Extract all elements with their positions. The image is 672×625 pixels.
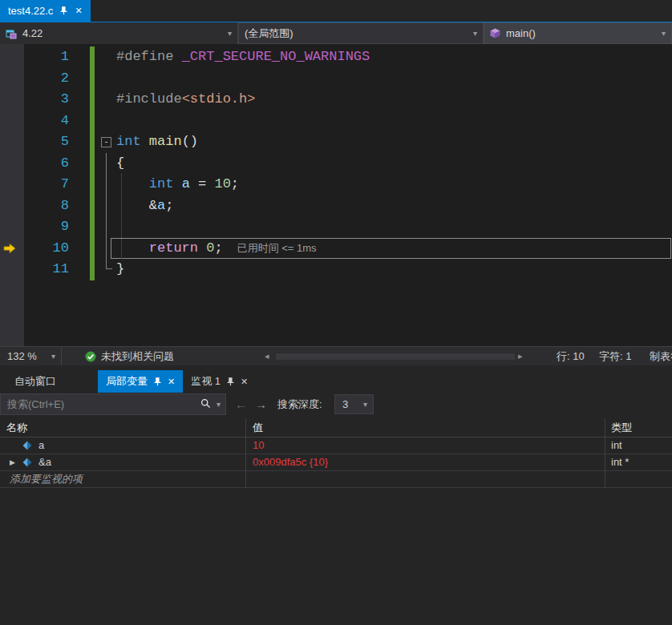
code-token: int (149, 176, 174, 192)
expand-arrow-icon[interactable]: ▶ (10, 454, 22, 470)
horizontal-scrollbar[interactable] (276, 353, 515, 360)
editor-status-strip: 132 % ▾ 未找到相关问题 ◂ ▸ 行: 10 字符: 1 制表符 (0, 346, 672, 365)
variable-row[interactable]: a10int (0, 438, 672, 454)
tool-window-tab[interactable]: 监视 1✕ (183, 370, 256, 393)
project-dropdown[interactable]: 4.22 ▾ (0, 22, 238, 44)
search-depth-label: 搜索深度: (277, 393, 322, 415)
code-line[interactable] (116, 216, 672, 238)
document-tab[interactable]: test4.22.c ✕ (0, 0, 91, 22)
code-token: a (157, 198, 165, 213)
variable-icon (22, 458, 32, 467)
code-editor[interactable]: 1234567891011 #define _CRT_SECURE_NO_WAR… (0, 44, 672, 346)
pin-icon[interactable] (153, 377, 162, 386)
code-token: 0 (206, 240, 214, 256)
grid-column-header[interactable]: 名称 (0, 418, 246, 437)
code-line[interactable] (116, 111, 672, 132)
close-icon[interactable]: ✕ (75, 6, 82, 16)
code-token: main (149, 134, 182, 149)
no-issues-check-icon (85, 351, 96, 362)
search-input[interactable]: 搜索(Ctrl+E) ▾ (0, 393, 226, 415)
document-tabbar: test4.22.c ✕ (0, 0, 672, 22)
scope-dropdown-value: (全局范围) (245, 26, 293, 41)
code-token: #include (116, 91, 182, 107)
type-cell: int (605, 438, 672, 454)
fold-collapse-button[interactable]: - (101, 137, 111, 147)
variable-row[interactable]: ▶&a0x009dfa5c {10}int * (0, 454, 672, 471)
tool-window-tab[interactable]: 自动窗口 (6, 370, 64, 393)
code-token: ; (231, 176, 239, 192)
add-watch-label[interactable]: 添加要监视的项 (0, 471, 83, 487)
zoom-value: 132 % (7, 350, 37, 362)
breakpoint-margin[interactable] (0, 44, 24, 346)
code-line[interactable]: #define _CRT_SECURE_NO_WARNINGS (116, 46, 672, 68)
code-token: a (182, 176, 190, 192)
code-area[interactable]: #define _CRT_SECURE_NO_WARNINGS#include<… (116, 46, 672, 280)
chevron-down-icon: ▾ (473, 30, 477, 38)
perf-tip[interactable]: 已用时间 <= 1ms (237, 242, 317, 254)
issues-status-text: 未找到相关问题 (101, 347, 174, 365)
name-cell[interactable]: ▶&a (0, 454, 246, 470)
member-dropdown[interactable]: main() ▾ (484, 22, 672, 44)
search-depth-dropdown[interactable]: 3 ▾ (334, 394, 374, 414)
chevron-down-icon[interactable]: ▾ (217, 401, 221, 409)
code-token (198, 240, 206, 256)
close-icon[interactable]: ✕ (168, 377, 175, 387)
tool-window-tab-label: 局部变量 (106, 374, 148, 389)
name-cell[interactable]: a (0, 438, 246, 454)
code-line[interactable]: #include<stdio.h> (116, 89, 672, 111)
scope-dropdown[interactable]: (全局范围) ▾ (238, 22, 484, 44)
code-line[interactable]: } (116, 259, 672, 280)
project-icon (6, 28, 17, 39)
code-token: & (149, 198, 157, 213)
search-icon[interactable] (200, 398, 211, 411)
tool-window-tab-label: 自动窗口 (14, 374, 56, 389)
search-forward-icon[interactable]: → (255, 393, 267, 415)
variable-name: a (38, 438, 44, 454)
variable-name: &a (38, 454, 51, 470)
add-watch-row[interactable]: 添加要监视的项 (0, 471, 672, 488)
code-line[interactable]: int a = 10; (116, 174, 672, 196)
change-tracking-bar (90, 46, 95, 280)
code-token: #define (116, 49, 182, 64)
zoom-dropdown[interactable]: 132 % ▾ (0, 347, 62, 365)
code-token: ; (214, 240, 222, 256)
line-number: 3 (24, 89, 69, 111)
pin-icon[interactable] (59, 6, 68, 15)
indent-guide-line (121, 174, 122, 259)
code-token: = (190, 176, 215, 192)
search-placeholder: 搜索(Ctrl+E) (1, 394, 225, 414)
close-icon[interactable]: ✕ (241, 377, 248, 387)
method-icon (490, 28, 500, 38)
chevron-down-icon: ▾ (228, 30, 232, 38)
scroll-left-icon[interactable]: ◂ (265, 347, 269, 365)
pin-icon[interactable] (226, 377, 235, 386)
grid-column-header[interactable]: 类型 (605, 418, 672, 437)
watch-panel: 自动窗口局部变量✕监视 1✕ 搜索(Ctrl+E) ▾ ← → 搜索深度: 3 … (0, 365, 672, 625)
document-tab-title: test4.22.c (8, 5, 53, 17)
value-cell[interactable]: 10 (246, 438, 605, 454)
line-number: 1 (24, 46, 69, 68)
code-line[interactable]: { (116, 153, 672, 175)
value-cell[interactable]: 0x009dfa5c {10} (246, 454, 605, 470)
chevron-down-icon: ▾ (363, 401, 367, 409)
code-token: 10 (214, 176, 230, 192)
tool-window-tabs: 自动窗口局部变量✕监视 1✕ (0, 365, 672, 393)
line-number: 5 (24, 131, 69, 153)
search-back-icon[interactable]: ← (235, 393, 247, 415)
scroll-right-icon[interactable]: ▸ (518, 347, 523, 365)
grid-column-header[interactable]: 值 (246, 418, 605, 437)
line-number: 11 (24, 259, 69, 280)
type-cell: int * (605, 454, 672, 470)
line-number: 4 (24, 111, 69, 132)
code-line[interactable] (116, 68, 672, 90)
tool-window-tab[interactable]: 局部变量✕ (98, 370, 183, 393)
line-number: 10 (24, 238, 69, 260)
code-line[interactable]: int main() (116, 131, 672, 153)
code-line[interactable]: return 0;已用时间 <= 1ms (116, 238, 672, 260)
tool-window-tab-label: 监视 1 (191, 374, 221, 389)
line-number: 8 (24, 196, 69, 217)
visual-studio-window: test4.22.c ✕ 4.22 ▾ (全局范围) ▾ main() ▾ (0, 0, 672, 625)
instruction-pointer-arrow-icon[interactable] (2, 243, 17, 254)
code-line[interactable]: &a; (116, 196, 672, 217)
line-indicator: 行: 10 (557, 347, 585, 365)
